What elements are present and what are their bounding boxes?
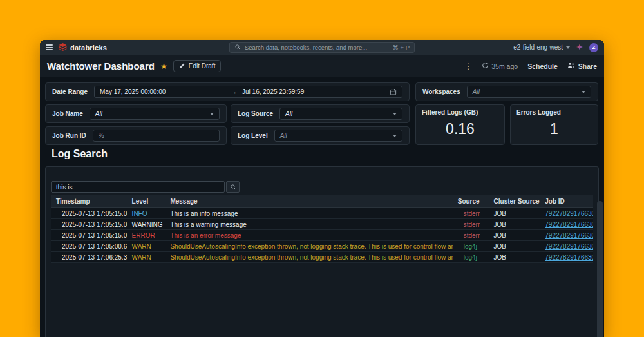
workspaces-value: All [473, 88, 480, 95]
job-name-value: All [95, 110, 102, 117]
share-people-icon [567, 62, 575, 70]
job-run-id-label: Job Run ID [52, 132, 86, 139]
cell-cluster-source: JOB [489, 210, 540, 217]
assistant-sparkle-icon[interactable] [576, 43, 583, 52]
log-level-label: Log Level [238, 132, 268, 139]
table-row[interactable]: 2025-07-13 17:05:15.000 ERROR This is an… [51, 230, 593, 241]
date-range-label: Date Range [52, 88, 88, 95]
cell-message: This is a warning message [165, 221, 452, 228]
chevron-down-icon [566, 46, 570, 49]
arrow-right-icon: → [231, 88, 237, 95]
nav-left: databricks [46, 42, 107, 53]
header-actions: ⋮ 35m ago Schedule Share [464, 62, 597, 71]
edit-draft-button[interactable]: Edit Draft [173, 60, 222, 72]
filter-job-run-id: Job Run ID [45, 126, 227, 145]
log-source-select[interactable]: All [279, 108, 402, 120]
table-row[interactable]: 2025-07-13 17:05:15.000 INFO This is an … [51, 208, 593, 219]
databricks-logo[interactable]: databricks [59, 42, 107, 53]
nav-right: e2-field-eng-west Z [513, 43, 598, 52]
cell-job-id-link[interactable]: 792278291766307 [540, 210, 593, 217]
cell-level: WARN [127, 254, 166, 261]
refresh-timestamp: 35m ago [491, 63, 518, 70]
scrollbar-thumb[interactable] [597, 201, 603, 337]
search-icon [234, 44, 241, 52]
column-header-source[interactable]: Source [453, 198, 489, 205]
date-range-start[interactable]: May 17, 2025 00:00:00 [100, 88, 225, 95]
counter-errors-logged: Errors Logged 1 [510, 104, 598, 145]
hamburger-menu-icon[interactable] [46, 44, 53, 50]
cell-job-id-link[interactable]: 792278291766307 [540, 254, 593, 261]
workspaces-label: Workspaces [422, 88, 460, 95]
page-title: Watchtower Dashboard [47, 61, 155, 72]
date-range-end[interactable]: Jul 16, 2025 23:59:59 [242, 88, 304, 95]
dashboard-header: Watchtower Dashboard ★ Edit Draft ⋮ 35m … [40, 55, 604, 77]
log-level-select[interactable]: All [274, 130, 402, 142]
cell-job-id-link[interactable]: 792278291766307 [540, 221, 593, 228]
log-table-header: Timestamp Level Message Source Cluster S… [51, 195, 593, 208]
counter-filtered-logs-label: Filtered Logs (GB) [422, 109, 498, 116]
refresh-button[interactable]: 35m ago [482, 62, 518, 70]
job-run-id-input[interactable] [93, 130, 220, 142]
column-header-cluster-source[interactable]: Cluster Source [489, 198, 540, 205]
log-search-title: Log Search [52, 148, 108, 160]
table-row[interactable]: 2025-07-13 17:05:15.000 WARNING This is … [51, 219, 593, 230]
cell-timestamp: 2025-07-13 17:05:15.000 [51, 210, 127, 217]
calendar-icon[interactable] [390, 88, 397, 95]
cell-timestamp: 2025-07-13 17:05:00.602 [51, 243, 127, 250]
user-avatar[interactable]: Z [589, 43, 598, 52]
cell-message: This is an error message [165, 232, 452, 239]
counter-filtered-logs-value: 0.16 [422, 120, 498, 138]
chevron-down-icon [582, 91, 585, 93]
pencil-icon [179, 63, 185, 70]
filter-log-source: Log Source All [231, 104, 410, 123]
table-row[interactable]: 2025-07-13 17:05:00.602 WARN ShouldUseAu… [51, 241, 593, 252]
search-shortcut: ⌘ + P [392, 44, 410, 51]
date-range-input[interactable]: May 17, 2025 00:00:00 → Jul 16, 2025 23:… [94, 86, 402, 98]
column-header-message[interactable]: Message [165, 198, 452, 205]
table-row[interactable]: 2025-07-13 17:06:25.328 WARN ShouldUseAu… [51, 252, 593, 263]
filter-date-range: Date Range May 17, 2025 00:00:00 → Jul 1… [45, 82, 410, 101]
log-source-label: Log Source [238, 110, 273, 117]
column-header-timestamp[interactable]: Timestamp [51, 198, 127, 205]
cell-source: log4j [453, 254, 489, 261]
counter-errors-logged-label: Errors Logged [516, 109, 592, 116]
share-button[interactable]: Share [567, 62, 597, 70]
search-icon [230, 181, 236, 193]
favorite-star-icon[interactable]: ★ [160, 62, 167, 71]
workspace-picker[interactable]: e2-field-eng-west [513, 44, 570, 51]
cell-level: INFO [127, 210, 166, 217]
cell-timestamp: 2025-07-13 17:06:25.328 [51, 254, 127, 261]
app-window: databricks Search data, notebooks, recen… [40, 40, 604, 337]
cell-timestamp: 2025-07-13 17:05:15.000 [51, 232, 127, 239]
cell-message: ShouldUseAutoscalingInfo exception throw… [165, 243, 452, 250]
column-header-job-id[interactable]: Job ID [540, 198, 593, 205]
chevron-down-icon [393, 113, 397, 115]
workspace-name: e2-field-eng-west [513, 44, 563, 51]
share-label: Share [578, 63, 597, 70]
cell-job-id-link[interactable]: 792278291766307 [540, 243, 593, 250]
cell-level: ERROR [127, 232, 166, 239]
cell-source: stderr [453, 210, 489, 217]
log-search-button[interactable] [226, 181, 240, 193]
cell-message: ShouldUseAutoscalingInfo exception throw… [165, 254, 452, 261]
log-search-input[interactable] [51, 181, 225, 193]
cell-source: stderr [453, 221, 489, 228]
cell-job-id-link[interactable]: 792278291766307 [540, 232, 593, 239]
refresh-icon [482, 62, 489, 70]
kebab-menu-icon[interactable]: ⋮ [464, 62, 472, 71]
cell-message: This is an info message [165, 210, 452, 217]
workspaces-select[interactable]: All [467, 86, 591, 98]
log-table: Timestamp Level Message Source Cluster S… [51, 195, 593, 263]
schedule-button[interactable]: Schedule [527, 63, 558, 70]
column-header-level[interactable]: Level [127, 198, 166, 205]
cell-cluster-source: JOB [489, 232, 540, 239]
filter-workspaces: Workspaces All [415, 82, 598, 101]
logo-text: databricks [70, 44, 107, 52]
log-source-value: All [285, 110, 292, 117]
edit-draft-label: Edit Draft [189, 63, 216, 70]
dashboard-content: Date Range May 17, 2025 00:00:00 → Jul 1… [40, 77, 604, 337]
global-search-input[interactable]: Search data, notebooks, recents, and mor… [229, 42, 415, 53]
job-name-select[interactable]: All [90, 108, 220, 120]
cell-cluster-source: JOB [489, 243, 540, 250]
cell-source: log4j [453, 243, 489, 250]
